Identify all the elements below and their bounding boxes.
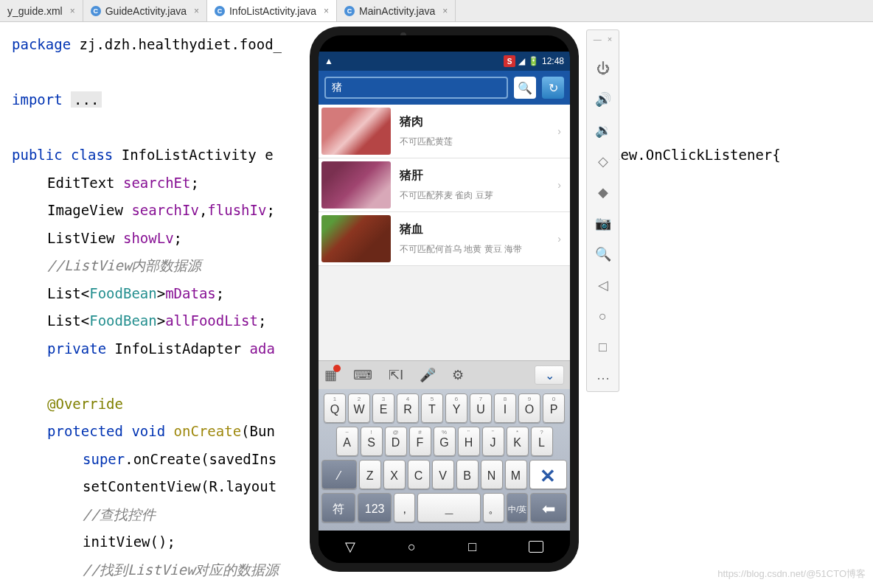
volume-down-icon[interactable]: 🔉	[594, 122, 612, 139]
letter-key[interactable]: "J	[482, 427, 504, 456]
enter-key[interactable]: ⬅	[530, 493, 567, 522]
numeric-key[interactable]: 123	[358, 493, 392, 522]
chevron-right-icon: ›	[557, 125, 561, 137]
tab-guideactivity[interactable]: C GuideActivity.java ×	[83, 0, 207, 21]
nav-home-icon[interactable]: ○	[408, 539, 416, 555]
food-title: 猪血	[400, 222, 557, 237]
letter-key[interactable]: 4R	[397, 393, 419, 423]
comma-key[interactable]: ,	[394, 493, 415, 522]
soft-keyboard: 1Q2W3E4R5T6Y7U8I9O0P ~A!S@D#F%G"H"J*K?L …	[319, 389, 570, 531]
collapse-keyboard-icon[interactable]: ⌄	[535, 365, 564, 385]
keyboard-toolbar: ▦ ⌨ ⇱Ⅰ 🎤 ⚙ ⌄	[319, 360, 570, 389]
tab-label: GuideActivity.java	[105, 5, 187, 17]
letter-key[interactable]: #F	[409, 427, 431, 456]
tab-infolistactivity[interactable]: C InfoListActivity.java ×	[207, 0, 337, 21]
app-header: 猪 🔍 ↻	[319, 71, 570, 105]
emulator-toolbar: — × ⏻ 🔊 🔉 ◇ ◆ 📷 🔍 ◁ ○ □ ⋯	[586, 29, 619, 392]
letter-key[interactable]: 6Y	[445, 393, 467, 423]
warning-triangle-icon: ▲	[324, 56, 333, 66]
food-subtitle: 不可匹配黄莲	[400, 136, 557, 148]
volume-up-icon[interactable]: 🔊	[594, 91, 612, 108]
mic-icon[interactable]: 🎤	[420, 367, 436, 383]
close-icon[interactable]: ×	[442, 6, 448, 16]
letter-key[interactable]: V	[432, 460, 454, 489]
letter-key[interactable]: *K	[507, 427, 529, 456]
tab-guide-xml[interactable]: y_guide.xml ×	[0, 0, 83, 21]
tab-label: MainActivity.java	[359, 5, 435, 17]
close-icon[interactable]: ×	[608, 35, 612, 43]
editor-tabs: y_guide.xml × C GuideActivity.java × C I…	[0, 0, 873, 22]
nav-back-icon[interactable]: ▽	[345, 539, 355, 555]
food-subtitle: 不可匹配荞麦 雀肉 豆芽	[400, 189, 557, 202]
letter-key[interactable]: 1Q	[324, 393, 346, 423]
refresh-icon[interactable]: ↻	[542, 77, 564, 99]
letter-key[interactable]: 2W	[348, 393, 370, 423]
letter-key[interactable]: Z	[359, 460, 381, 489]
close-icon[interactable]: ×	[324, 6, 329, 16]
minimize-icon[interactable]: —	[594, 35, 602, 43]
keyboard-mode-icon[interactable]: ⌨	[353, 367, 372, 383]
search-input[interactable]: 猪	[324, 77, 508, 99]
close-icon[interactable]: ×	[70, 6, 75, 16]
language-key[interactable]: 中/英	[507, 493, 528, 522]
letter-key[interactable]: M	[505, 460, 527, 489]
letter-key[interactable]: ?L	[531, 427, 553, 456]
letter-key[interactable]: N	[481, 460, 503, 489]
food-image	[321, 108, 391, 155]
cursor-icon[interactable]: ⇱Ⅰ	[389, 367, 403, 383]
signal-icon: ◢	[518, 56, 525, 66]
letter-key[interactable]: 7U	[470, 393, 492, 423]
power-icon[interactable]: ⏻	[594, 60, 612, 77]
food-list[interactable]: 猪肉 不可匹配黄莲 › 猪肝 不可匹配荞麦 雀肉 豆芽 › 猪血 不可匹配何首乌…	[319, 105, 570, 360]
letter-key[interactable]: ~A	[336, 427, 358, 456]
list-item[interactable]: 猪血 不可匹配何首乌 地黄 黄豆 海带 ›	[319, 212, 570, 266]
overview-icon[interactable]: □	[594, 338, 612, 356]
tab-mainactivity[interactable]: C MainActivity.java ×	[337, 0, 456, 21]
java-class-icon: C	[215, 6, 225, 16]
letter-key[interactable]: @D	[385, 427, 407, 456]
rotate-right-icon[interactable]: ◆	[594, 183, 612, 201]
tab-label: y_guide.xml	[7, 5, 63, 17]
shift-key[interactable]: ⁄	[321, 460, 357, 489]
camera-icon[interactable]: 📷	[594, 214, 612, 232]
letter-key[interactable]: !S	[361, 427, 383, 456]
close-icon[interactable]: ×	[194, 6, 199, 16]
chevron-right-icon: ›	[557, 233, 561, 245]
letter-key[interactable]: C	[408, 460, 430, 489]
more-icon[interactable]: ⋯	[594, 369, 612, 387]
letter-key[interactable]: 8I	[494, 393, 516, 423]
zoom-icon[interactable]: 🔍	[594, 245, 612, 263]
letter-key[interactable]: %G	[434, 427, 456, 456]
list-item[interactable]: 猪肝 不可匹配荞麦 雀肉 豆芽 ›	[319, 158, 570, 212]
nav-recent-icon[interactable]: □	[468, 539, 476, 555]
watermark: https://blog.csdn.net/@51CTO博客	[717, 567, 866, 581]
list-item[interactable]: 猪肉 不可匹配黄莲 ›	[319, 105, 570, 158]
tab-label: InfoListActivity.java	[229, 5, 316, 17]
food-image	[321, 161, 391, 209]
letter-key[interactable]: 3E	[372, 393, 394, 423]
back-icon[interactable]: ◁	[594, 276, 612, 294]
letter-key[interactable]: 5T	[421, 393, 443, 423]
rotate-left-icon[interactable]: ◇	[594, 153, 612, 170]
battery-icon: 🔋	[528, 56, 539, 66]
android-status-bar: ▲ S ◢ 🔋 12:48	[319, 52, 570, 71]
letter-key[interactable]: X	[383, 460, 406, 489]
home-icon[interactable]: ○	[594, 307, 612, 325]
food-subtitle: 不可匹配何首乌 地黄 黄豆 海带	[400, 243, 557, 256]
backspace-key[interactable]: ✕	[529, 460, 567, 489]
settings-icon[interactable]: ⚙	[452, 367, 464, 383]
ime-indicator-icon: S	[504, 55, 515, 67]
apps-icon[interactable]: ▦	[324, 367, 337, 383]
letter-key[interactable]: B	[456, 460, 479, 489]
period-key[interactable]: 。	[483, 493, 504, 522]
android-nav-bar: ▽ ○ □	[319, 531, 570, 563]
symbol-key[interactable]: 符	[321, 493, 355, 522]
letter-key[interactable]: 9O	[518, 393, 540, 423]
space-key[interactable]: ＿	[417, 493, 481, 522]
letter-key[interactable]: "H	[458, 427, 480, 456]
letter-key[interactable]: 0P	[543, 393, 565, 423]
nav-keyboard-icon[interactable]	[529, 541, 543, 553]
search-icon[interactable]: 🔍	[514, 77, 536, 99]
java-class-icon: C	[344, 6, 355, 16]
chevron-right-icon: ›	[557, 179, 561, 191]
